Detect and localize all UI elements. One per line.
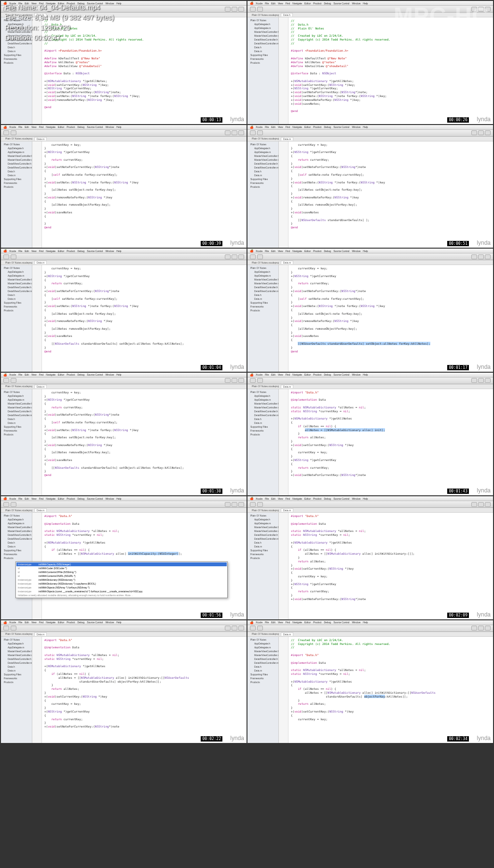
timestamp: 00:00:13 [201,117,222,123]
thumbnail-frame: 🍎XcodeFileEditViewFindNavigateEditorProd… [1,496,247,619]
watermark: MPC-HC [394,2,489,29]
thumbnail-frame: 🍎XcodeFileEditViewFindNavigateEditorProd… [247,620,493,743]
thumbnail-frame: 🍎XcodeFileEditViewFindNavigateEditorProd… [1,620,247,743]
thumbnail-frame: 🍎XcodeFileEditViewFindNavigateEditorProd… [247,373,493,496]
thumbnail-frame: 🍎XcodeFileEditViewFindNavigateEditorProd… [247,249,493,372]
thumbnail-grid: 🍎 XcodeFileEditViewFindNavigateEditorPro… [0,0,494,868]
thumbnail-frame: 🍎XcodeFileEditViewFindNavigateEditorProd… [247,496,493,619]
thumbnail-frame: 🍎XcodeFileEditViewFindNavigateEditorProd… [247,125,493,248]
thumbnail-frame: 🍎XcodeFileEditViewFindNavigateEditorProd… [1,125,247,248]
autocomplete-popup[interactable]: instancetypeinitWithCapacity:(NSUInteger… [15,561,228,598]
thumbnail-frame: 🍎XcodeFileEditViewFindNavigateEditorProd… [1,249,247,372]
lynda-watermark: lynda [230,116,244,123]
file-info-overlay: File Name: 04_04-Defaults.mp4 File Size:… [5,2,114,43]
thumbnail-frame: 🍎XcodeFileEditViewFindNavigateEditorProd… [1,373,247,496]
